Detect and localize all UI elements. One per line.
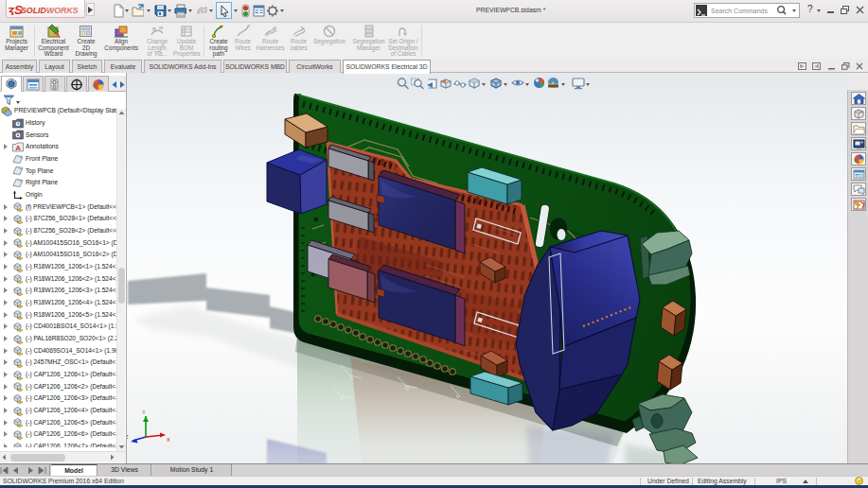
svg-text:SOLIDWORKS: SOLIDWORKS <box>21 5 79 14</box>
svg-text:X: X <box>167 437 170 443</box>
svg-text:Y: Y <box>142 410 146 415</box>
